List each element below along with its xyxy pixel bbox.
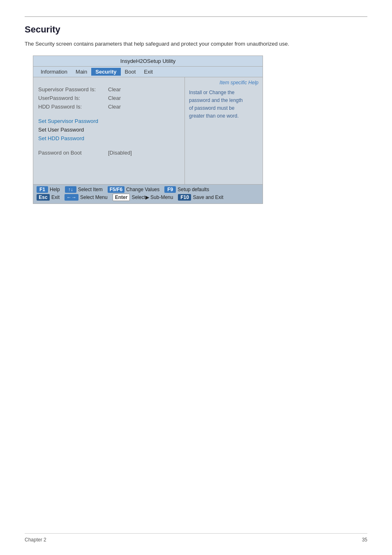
bios-right-panel: Item specific Help Install or Change the… [184,77,263,184]
user-password-value: Clear [108,95,121,101]
password-on-boot-value: [Disabled] [108,150,132,156]
supervisor-password-value: Clear [108,86,121,92]
label-change-values: Change Values [126,187,159,192]
menu-item-security[interactable]: Security [91,68,120,76]
key-enter: Enter [113,194,130,201]
page-title: Security [25,24,367,35]
help-line-3: of password must be [189,104,258,112]
key-f5f6: F5/F6 [108,186,125,193]
bios-left-panel: Supervisor Password Is: Clear UserPasswo… [33,77,184,184]
key-leftright: ←→ [65,194,78,201]
label-exit: Exit [51,194,60,200]
page-container: Security The Security screen contains pa… [0,0,392,229]
page-description: The Security screen contains parameters … [25,40,367,48]
bios-body: Supervisor Password Is: Clear UserPasswo… [33,77,263,184]
label-select-menu: Select Menu [80,194,108,200]
label-setup-defaults: Setup defaults [178,187,209,192]
hdd-password-value: Clear [108,104,121,110]
help-text: Install or Change the password and the l… [189,89,258,120]
set-hdd-password[interactable]: Set HDD Password [38,135,180,141]
key-f10: F10 [178,194,191,201]
menu-item-information[interactable]: Information [37,68,71,76]
label-select-submenu: Select▶ Sub-Menu [131,194,173,200]
key-esc: Esc [37,194,50,201]
key-updown: ↑↓ [65,186,76,193]
bios-menu-bar: Information Main Security Boot Exit [33,67,263,77]
key-f1: F1 [37,186,48,193]
user-password-row: UserPassword Is: Clear [38,95,180,101]
help-line-4: greater than one word. [189,112,258,120]
supervisor-password-row: Supervisor Password Is: Clear [38,86,180,92]
set-supervisor-password[interactable]: Set Supervisor Password [38,118,180,124]
hdd-password-row: HDD Password Is: Clear [38,104,180,110]
label-save-exit: Save and Exit [193,194,223,200]
help-line-1: Install or Change the [189,89,258,97]
set-user-password[interactable]: Set User Password [38,127,180,133]
key-f9: F9 [164,186,176,193]
page-number: 35 [362,537,367,543]
label-select-item: Select Item [78,187,103,192]
supervisor-password-label: Supervisor Password Is: [38,86,108,92]
help-title: Item specific Help [189,80,258,86]
footer-row-2: Esc Exit ←→ Select Menu Enter Select▶ Su… [37,194,259,201]
bios-panel: InsydeH2OSetup Utility Information Main … [33,56,263,204]
footer-row-1: F1 Help ↑↓ Select Item F5/F6 Change Valu… [37,186,259,193]
bios-title-bar: InsydeH2OSetup Utility [33,56,263,67]
chapter-label: Chapter 2 [25,537,46,543]
menu-item-exit[interactable]: Exit [140,68,157,76]
hdd-password-label: HDD Password Is: [38,104,108,110]
menu-item-main[interactable]: Main [71,68,91,76]
help-line-2: password and the length [189,97,258,104]
top-border [25,16,367,17]
user-password-label: UserPassword Is: [38,95,108,101]
page-footer: Chapter 2 35 [25,533,367,543]
password-on-boot-row: Password on Boot [Disabled] [38,150,180,156]
password-on-boot-label: Password on Boot [38,150,108,156]
bios-footer: F1 Help ↑↓ Select Item F5/F6 Change Valu… [33,184,263,204]
label-help: Help [50,187,60,192]
menu-item-boot[interactable]: Boot [121,68,140,76]
